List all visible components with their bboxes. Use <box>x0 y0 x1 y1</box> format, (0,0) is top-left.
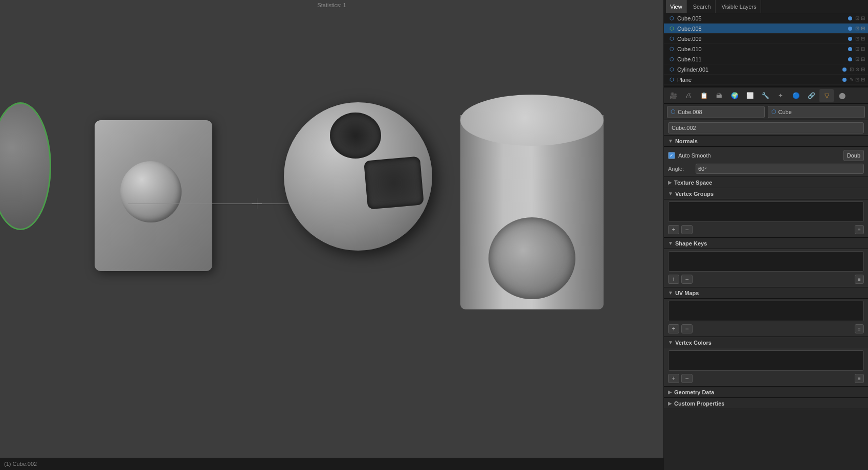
cube009-name: Cube.009 <box>677 36 846 42</box>
object-selector-btn-2[interactable]: ⬡ Cube <box>768 106 865 118</box>
texture-space-label: Texture Space <box>674 180 712 186</box>
outliner-item-cylinder001[interactable]: ⬡ Cylinder.001 ⊡ ⊙ ⊟ <box>664 64 868 75</box>
cube011-icons: ⊡ ⊟ <box>848 56 868 62</box>
shape-keys-list <box>668 251 864 272</box>
vertex-colors-remove-btn[interactable]: − <box>681 374 693 383</box>
cube005-vis-dot <box>848 16 852 20</box>
world-icon[interactable]: 🌍 <box>727 89 742 102</box>
scene-icon[interactable]: 🏔 <box>712 89 726 102</box>
texture-space-arrow: ▶ <box>668 180 672 185</box>
vertex-groups-menu-btn[interactable]: ≡ <box>855 225 864 234</box>
outliner-item-cube011[interactable]: ⬡ Cube.011 ⊡ ⊟ <box>664 54 868 64</box>
viewport-objects <box>0 0 663 470</box>
outliner-item-cube008[interactable]: ⬡ Cube.008 ⊡ ⊟ <box>664 24 868 34</box>
status-text: (1) Cube.002 <box>4 461 37 467</box>
vertex-groups-list <box>668 202 864 222</box>
cylinder001-extra: ⊡ ⊙ ⊟ <box>850 66 865 72</box>
cube010-extra: ⊡ ⊟ <box>855 46 865 52</box>
material-icon[interactable]: ⬤ <box>835 89 849 102</box>
vertex-groups-add-btn[interactable]: + <box>668 225 679 234</box>
vertex-groups-header[interactable]: ▼ Vertex Groups <box>664 188 868 199</box>
outliner[interactable]: ⬡ Cube.005 ⊡ ⊟ ⬡ Cube.008 ⊡ ⊟ ⬡ Cube.009… <box>664 13 868 87</box>
cylinder-top <box>460 95 604 146</box>
view-layer-icon[interactable]: 📋 <box>697 89 711 102</box>
vertex-colors-arrow: ▼ <box>668 340 673 345</box>
cube008-icon: ⬡ <box>668 25 675 32</box>
uv-maps-content: + − ≡ <box>664 299 868 337</box>
angle-row: Angle: <box>668 162 864 174</box>
ball-hole-top <box>330 113 381 159</box>
vertex-colors-content: + − ≡ <box>664 348 868 387</box>
texture-space-header[interactable]: ▶ Texture Space <box>664 177 868 188</box>
shape-keys-menu-btn[interactable]: ≡ <box>855 275 864 284</box>
cube010-vis-dot <box>848 47 852 51</box>
modifier-icon[interactable]: 🔧 <box>758 89 772 102</box>
object-name-1: Cube.008 <box>678 109 702 115</box>
output-properties-icon[interactable]: 🖨 <box>681 89 696 102</box>
vertex-colors-add-btn[interactable]: + <box>668 374 679 383</box>
properties-icon-bar: 🎥 🖨 📋 🏔 🌍 ⬜ 🔧 ✦ 🔵 🔗 ▽ ⬤ <box>664 87 868 104</box>
cube011-name: Cube.011 <box>677 56 846 62</box>
cube005-icon: ⬡ <box>668 15 675 22</box>
cylinder001-name: Cylinder.001 <box>677 66 840 73</box>
double-sided-btn[interactable]: Doub <box>843 150 864 161</box>
vertex-colors-header[interactable]: ▼ Vertex Colors <box>664 337 868 348</box>
outliner-item-cube010[interactable]: ⬡ Cube.010 ⊡ ⊟ <box>664 44 868 54</box>
cylinder001-vis-dot <box>842 68 847 72</box>
shape-keys-add-btn[interactable]: + <box>668 275 679 284</box>
custom-properties-label: Custom Properties <box>674 400 724 407</box>
geometry-data-header[interactable]: ▶ Geometry Data <box>664 387 868 398</box>
data-properties-icon[interactable]: ▽ <box>819 89 834 102</box>
right-panel: View Search Visible Layers ⬡ Cube.005 ⊡ … <box>663 0 868 470</box>
angle-input[interactable] <box>696 164 864 174</box>
outliner-item-cube005[interactable]: ⬡ Cube.005 ⊡ ⊟ <box>664 13 868 24</box>
cube011-vis-dot <box>848 57 852 61</box>
uv-maps-header[interactable]: ▼ UV Maps <box>664 287 868 299</box>
vertex-colors-menu-btn[interactable]: ≡ <box>855 374 864 383</box>
vertex-groups-remove-btn[interactable]: − <box>681 225 693 234</box>
data-properties: ▼ Normals ✓ Auto Smooth Doub Angle: ▶ Te… <box>664 120 868 470</box>
custom-properties-arrow: ▶ <box>668 400 672 406</box>
object-selector-btn-1[interactable]: ⬡ Cube.008 <box>667 106 765 118</box>
cube008-extra: ⊡ ⊟ <box>855 26 865 31</box>
particles-icon[interactable]: ✦ <box>773 89 788 102</box>
viewport-3d[interactable]: Statistics: 1 (1) Cube.002 <box>0 0 663 470</box>
cube010-icon: ⬡ <box>668 46 675 53</box>
outliner-item-plane[interactable]: ⬡ Plane ✎ ⊡ ⊟ <box>664 75 868 85</box>
cube-inner-sphere <box>120 161 182 222</box>
cube008-icons: ⊡ ⊟ <box>848 26 868 31</box>
shape-keys-remove-btn[interactable]: − <box>681 275 693 284</box>
object-properties-icon[interactable]: ⬜ <box>743 89 757 102</box>
outliner-tab-search[interactable]: Search <box>689 0 716 13</box>
plane-icons: ✎ ⊡ ⊟ <box>842 77 868 82</box>
outliner-tab-view[interactable]: View <box>666 0 687 13</box>
outliner-top-bar: View Search Visible Layers <box>664 0 868 13</box>
uv-maps-menu-btn[interactable]: ≡ <box>855 324 864 333</box>
uv-maps-add-btn[interactable]: + <box>668 324 679 333</box>
physics-icon[interactable]: 🔵 <box>789 89 803 102</box>
auto-smooth-checkbox[interactable]: ✓ <box>668 152 675 159</box>
normals-section-header[interactable]: ▼ Normals <box>664 136 868 147</box>
mesh-icon-2: ⬡ <box>771 108 776 115</box>
status-bar: (1) Cube.002 <box>0 458 663 470</box>
vertex-colors-controls: + − ≡ <box>668 373 864 384</box>
outliner-tab-visible[interactable]: Visible Layers <box>718 0 761 13</box>
constraints-icon[interactable]: 🔗 <box>804 89 818 102</box>
cube010-name: Cube.010 <box>677 46 846 52</box>
shape-keys-label: Shape Keys <box>675 240 707 247</box>
shape-keys-controls: + − ≡ <box>668 274 864 285</box>
plane-name: Plane <box>677 77 840 83</box>
shape-keys-header[interactable]: ▼ Shape Keys <box>664 238 868 249</box>
uv-maps-remove-btn[interactable]: − <box>681 324 693 333</box>
normals-content: ✓ Auto Smooth Doub Angle: <box>664 147 868 177</box>
custom-properties-header[interactable]: ▶ Custom Properties <box>664 398 868 409</box>
render-properties-icon[interactable]: 🎥 <box>666 89 680 102</box>
cursor-line-left <box>128 204 256 204</box>
auto-smooth-label: Auto Smooth <box>678 152 711 159</box>
mesh-name-input[interactable] <box>668 122 864 133</box>
cylinder001-icon: ⬡ <box>668 66 675 73</box>
cube009-icons: ⊡ ⊟ <box>848 36 868 41</box>
cube009-vis-dot <box>848 37 852 41</box>
outliner-item-cube009[interactable]: ⬡ Cube.009 ⊡ ⊟ <box>664 34 868 44</box>
uv-maps-arrow: ▼ <box>668 290 673 296</box>
